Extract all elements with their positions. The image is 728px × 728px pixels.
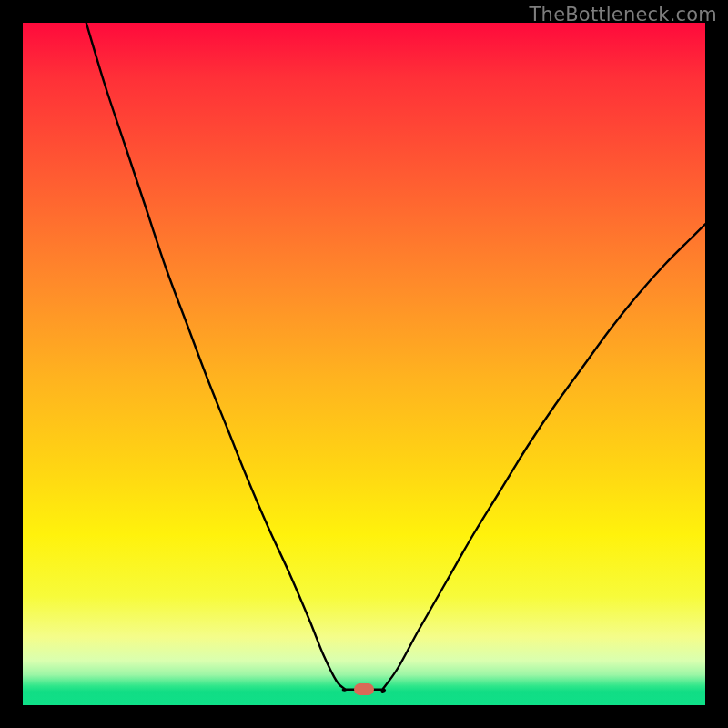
watermark-text: TheBottleneck.com (530, 4, 717, 25)
minimum-marker (354, 683, 374, 695)
plot-area (23, 23, 705, 705)
chart-stage: TheBottleneck.com (0, 0, 728, 728)
curve-layer (23, 23, 705, 705)
bottleneck-curve (86, 23, 705, 692)
